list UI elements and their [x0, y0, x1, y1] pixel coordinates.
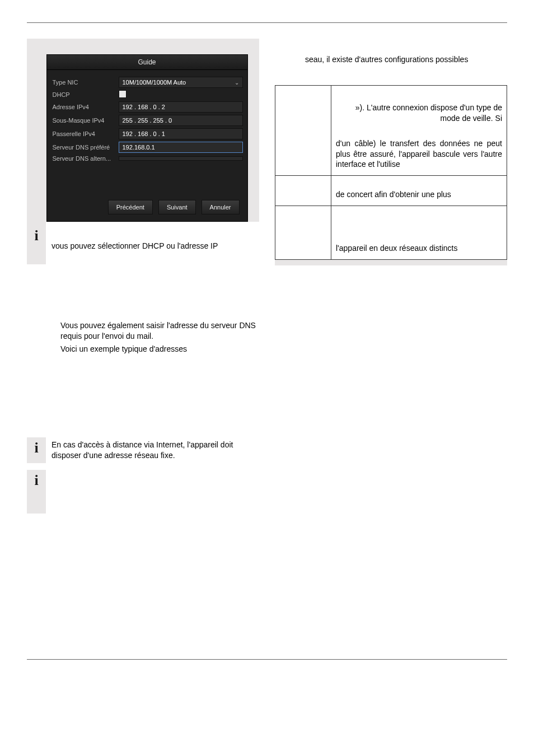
row-ipv4-gw: Passerelle IPv4 192 . 168 . 0 . 1 — [51, 128, 243, 139]
value-ipv4-addr: 192 . 168 . 0 . 2 — [123, 104, 165, 110]
cell3-text: l'appareil en deux réseaux distincts — [336, 243, 502, 254]
table-cell-left-2 — [275, 176, 331, 206]
cancel-button[interactable]: Annuler — [202, 200, 240, 214]
guide-gap — [51, 164, 243, 198]
info-icon: i — [34, 472, 38, 489]
table-cell-left-1 — [275, 85, 331, 175]
note-remote-access: En cas d'accès à distance via Internet, … — [51, 440, 259, 461]
info-block-1: i vous pouvez sélectionner DHCP ou l'adr… — [27, 222, 259, 264]
label-dhcp: DHCP — [51, 91, 119, 98]
table-cell-right-1: »). L'autre connexion dispose d'un type … — [331, 85, 507, 175]
guide-dialog: Guide Type NIC 10M/100M/1000M Auto ⌄ DHC… — [46, 54, 248, 222]
gray-bar-top — [27, 39, 259, 54]
input-dns-pref[interactable]: 192.168.0.1 — [119, 142, 243, 153]
info-block-2: i En cas d'accès à distance via Internet… — [27, 437, 259, 463]
input-dns-alt[interactable] — [119, 156, 243, 161]
info-block-3: i — [27, 470, 259, 514]
note-dhcp-ip: vous pouvez sélectionner DHCP ou l'adres… — [51, 241, 218, 251]
cell2-text: de concert afin d'obtenir une plus — [336, 189, 502, 200]
label-ipv4-mask: Sous-Masque IPv4 — [51, 117, 119, 124]
label-dns-pref: Serveur DNS préféré — [51, 144, 119, 151]
value-type-nic: 10M/100M/1000M Auto — [123, 79, 186, 86]
gray-bar-under-table — [275, 260, 507, 265]
top-rule — [27, 22, 507, 23]
config-table: »). L'autre connexion dispose d'un type … — [275, 85, 507, 260]
info-icon-box-2: i — [27, 437, 46, 463]
prev-button[interactable]: Précédent — [108, 200, 153, 214]
row-ipv4-addr: Adresse IPv4 192 . 168 . 0 . 2 — [51, 101, 243, 113]
right-column: seau, il existe d'autres configurations … — [275, 39, 507, 514]
table-cell-right-3: l'appareil en deux réseaux distincts — [331, 206, 507, 260]
dns-para-1: Vous pouvez également saisir l'adresse d… — [60, 320, 259, 342]
value-dns-pref: 192.168.0.1 — [123, 144, 155, 151]
table-row: l'appareil en deux réseaux distincts — [275, 206, 507, 260]
two-column-layout: Guide Type NIC 10M/100M/1000M Auto ⌄ DHC… — [27, 39, 507, 514]
info-text-1: vous pouvez sélectionner DHCP ou l'adres… — [46, 222, 218, 254]
info-icon-box-3: i — [27, 470, 46, 514]
cell1-line1: »). L'autre connexion dispose d'un type … — [336, 91, 502, 124]
dns-para-2: Voici un exemple typique d'adresses — [60, 344, 259, 354]
input-ipv4-gw[interactable]: 192 . 168 . 0 . 1 — [119, 128, 243, 139]
table-cell-right-2: de concert afin d'obtenir une plus — [331, 176, 507, 206]
label-dns-alt: Serveur DNS altern... — [51, 155, 119, 162]
row-ipv4-mask: Sous-Masque IPv4 255 . 255 . 255 . 0 — [51, 115, 243, 126]
guide-buttons: Précédent Suivant Annuler — [51, 198, 243, 214]
value-ipv4-gw: 192 . 168 . 0 . 1 — [123, 130, 165, 137]
guide-body: Type NIC 10M/100M/1000M Auto ⌄ DHCP Adre… — [47, 70, 247, 221]
info-icon-box-1: i — [27, 222, 46, 264]
label-ipv4-addr: Adresse IPv4 — [51, 104, 119, 110]
info-icon: i — [34, 227, 38, 244]
guide-screenshot-wrap: Guide Type NIC 10M/100M/1000M Auto ⌄ DHC… — [27, 54, 259, 222]
checkbox-dhcp[interactable] — [119, 90, 127, 99]
label-type-nic: Type NIC — [51, 79, 119, 86]
value-ipv4-mask: 255 . 255 . 255 . 0 — [123, 117, 172, 124]
guide-title: Guide — [47, 55, 247, 70]
right-intro-text: seau, il existe d'autres configurations … — [305, 54, 507, 65]
row-type-nic: Type NIC 10M/100M/1000M Auto ⌄ — [51, 77, 243, 88]
next-button[interactable]: Suivant — [158, 200, 196, 214]
label-ipv4-gw: Passerelle IPv4 — [51, 130, 119, 137]
row-dns-alt: Serveur DNS altern... — [51, 155, 243, 162]
page: Guide Type NIC 10M/100M/1000M Auto ⌄ DHC… — [0, 0, 534, 693]
select-type-nic[interactable]: 10M/100M/1000M Auto ⌄ — [119, 77, 243, 88]
cell1-line2: d'un câble) le transfert des données ne … — [336, 138, 502, 170]
input-ipv4-addr[interactable]: 192 . 168 . 0 . 2 — [119, 101, 243, 113]
row-dns-pref: Serveur DNS préféré 192.168.0.1 — [51, 142, 243, 153]
row-dhcp: DHCP — [51, 90, 243, 99]
left-column: Guide Type NIC 10M/100M/1000M Auto ⌄ DHC… — [27, 39, 259, 514]
table-row: de concert afin d'obtenir une plus — [275, 176, 507, 206]
table-cell-left-3 — [275, 206, 331, 260]
chevron-down-icon: ⌄ — [235, 80, 239, 86]
right-intro: seau, il existe d'autres configurations … — [275, 54, 507, 65]
dns-paragraphs: Vous pouvez également saisir l'adresse d… — [27, 320, 259, 354]
bottom-rule — [27, 659, 507, 660]
info-icon: i — [34, 440, 38, 456]
input-ipv4-mask[interactable]: 255 . 255 . 255 . 0 — [119, 115, 243, 126]
checkbox-icon — [119, 90, 127, 98]
info-text-2: En cas d'accès à distance via Internet, … — [46, 437, 259, 463]
table-row: »). L'autre connexion dispose d'un type … — [275, 85, 507, 175]
